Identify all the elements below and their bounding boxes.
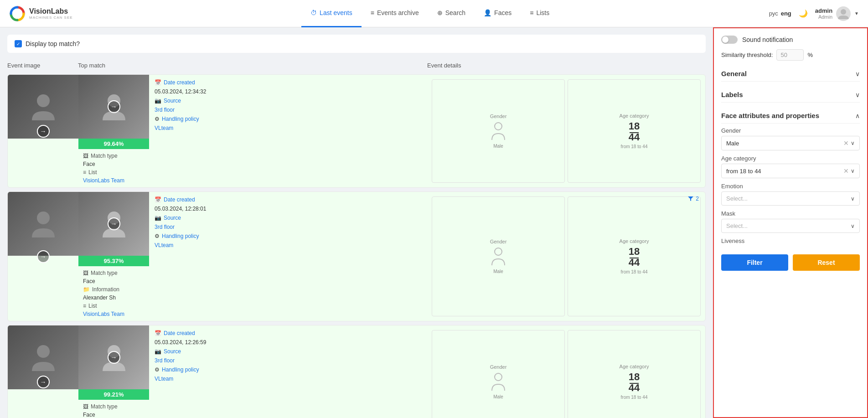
top-match-cell: → 99.64% 🖼 Match type Face ≡ List <box>78 75 149 187</box>
header-event-details: Event details <box>427 62 706 69</box>
top-match-navigate-icon[interactable]: → <box>108 100 120 113</box>
face-attrs-section-header[interactable]: Face attributes and properties ∧ <box>721 108 860 124</box>
threshold-input[interactable] <box>776 49 804 61</box>
labels-section: Labels ∨ <box>721 87 860 103</box>
age-box: Age category 18 44 from 18 to 44 <box>568 330 701 418</box>
match-type-icon: 🖼 <box>83 153 88 159</box>
top-match-navigate-icon[interactable]: → <box>108 217 120 230</box>
gender-select-actions: ✕ ∨ <box>843 139 855 147</box>
table-headers: Event image Top match Event details <box>7 58 706 72</box>
user-area[interactable]: admin Admin ▼ <box>815 6 859 21</box>
lang-switch: рус eng <box>769 10 791 17</box>
labels-section-header[interactable]: Labels ∨ <box>721 87 860 103</box>
similarity-bar: 99.21% <box>78 389 149 400</box>
display-top-match-label[interactable]: Display top match? <box>15 40 80 47</box>
match-type-val-row: Face <box>83 278 145 284</box>
age-filter-label: Age category <box>721 155 860 162</box>
user-name: admin <box>815 7 832 14</box>
event-image-cell: → <box>8 192 78 321</box>
list-icon: ≡ <box>83 303 86 309</box>
event-image-navigate-icon[interactable]: → <box>37 125 50 138</box>
gender-box: Gender Male <box>432 196 565 316</box>
policy-row: ⚙ Handling policy <box>155 116 422 122</box>
nav-events-archive[interactable]: ≡ Events archive <box>362 0 428 27</box>
age-clear-icon[interactable]: ✕ <box>843 167 849 175</box>
clock-icon: ⏱ <box>310 9 317 16</box>
display-top-match-checkbox[interactable] <box>15 40 22 47</box>
emotion-filter: Emotion Select... ∨ <box>721 183 860 206</box>
emotion-select-placeholder: Select... <box>726 195 748 202</box>
logo-sub: MACHINES CAN SEE <box>29 15 73 20</box>
gender-clear-icon[interactable]: ✕ <box>843 139 849 147</box>
svg-point-4 <box>495 123 502 130</box>
date-row: 📅 Date created <box>155 79 422 86</box>
folder-icon: 📁 <box>83 286 90 293</box>
camera-icon: 📷 <box>155 348 161 355</box>
emotion-select[interactable]: Select... ∨ <box>721 191 860 206</box>
age-chevron-icon: ∨ <box>851 168 855 174</box>
age-box: Age category 18 44 from 18 to 44 <box>568 79 701 183</box>
event-row: → → 99.64% 🖼 Match type <box>7 74 706 188</box>
liveness-filter: Liveness <box>721 237 860 246</box>
nav-lists[interactable]: ≡ Lists <box>521 0 558 27</box>
age-category-filter: Age category from 18 to 44 ✕ ∨ <box>721 155 860 178</box>
header-top-match: Top match <box>78 62 149 69</box>
reset-button[interactable]: Reset <box>793 254 860 271</box>
event-image-navigate-icon[interactable]: → <box>37 250 50 263</box>
similarity-bar: 99.64% <box>78 139 149 149</box>
nav-search[interactable]: ⊕ Search <box>428 0 475 27</box>
match-type-row: 🖼 Match type <box>83 270 145 276</box>
dark-mode-button[interactable]: 🌙 <box>799 9 808 18</box>
calendar-icon: 📅 <box>155 196 161 203</box>
emotion-chevron-icon: ∨ <box>851 196 855 202</box>
svg-point-10 <box>495 373 502 381</box>
header-right: рус eng 🌙 admin Admin ▼ <box>769 6 859 21</box>
general-section-header[interactable]: General ∨ <box>721 66 860 82</box>
mask-chevron-icon: ∨ <box>851 223 855 229</box>
user-role: Admin <box>815 14 832 20</box>
event-details-cell: 📅 Date created 05.03.2024, 12:34:32 📷 So… <box>149 75 427 187</box>
top-match-navigate-icon[interactable]: → <box>108 351 120 364</box>
threshold-label: Similarity threshold: <box>721 52 773 58</box>
nav-last-events[interactable]: ⏱ Last events <box>301 0 362 27</box>
mask-select[interactable]: Select... ∨ <box>721 219 860 233</box>
age-select[interactable]: from 18 to 44 ✕ ∨ <box>721 164 860 178</box>
sound-notification-row: Sound notification <box>721 36 860 44</box>
lang-ru[interactable]: рус <box>769 10 778 17</box>
user-info: admin Admin <box>815 7 832 20</box>
threshold-row: Similarity threshold: % <box>721 49 860 61</box>
similarity-bar: 95.37% <box>78 256 149 266</box>
threshold-unit: % <box>807 52 813 58</box>
logo: VisionLabs MACHINES CAN SEE <box>9 5 73 22</box>
gender-filter-label: Gender <box>721 127 860 134</box>
list-val-row: VisionLabs Team <box>83 177 145 184</box>
header-event-image: Event image <box>7 62 78 69</box>
age-select-actions: ✕ ∨ <box>843 167 855 175</box>
person-icon <box>490 247 506 267</box>
lang-en[interactable]: eng <box>781 10 791 17</box>
list-row: ≡ List <box>83 169 145 175</box>
match-details: 🖼 Match type Face ≡ List VisionLabs Team <box>78 400 149 418</box>
event-image-navigate-icon[interactable]: → <box>37 376 50 388</box>
policy-val-row: VLteam <box>155 125 422 131</box>
age-box: Age category 18 44 from 18 to 44 <box>568 196 701 316</box>
gender-select[interactable]: Male ✕ ∨ <box>721 136 860 150</box>
sound-notification-toggle[interactable] <box>721 36 738 44</box>
filter-button[interactable]: Filter <box>721 254 788 271</box>
faces-icon: 👤 <box>484 9 491 16</box>
gender-select-value: Male <box>726 140 739 147</box>
svg-point-5 <box>37 212 50 224</box>
face-attrs-section-title: Face attributes and properties <box>721 112 819 119</box>
list-val-row: VisionLabs Team <box>83 311 145 317</box>
emotion-filter-label: Emotion <box>721 183 860 190</box>
list-icon-row: ≡ <box>83 169 86 175</box>
gender-box: Gender Male <box>432 79 565 183</box>
dropdown-icon: ▼ <box>854 11 859 16</box>
nav-faces[interactable]: 👤 Faces <box>475 0 521 27</box>
camera-icon: 📷 <box>155 215 161 221</box>
camera-icon: 📷 <box>155 98 161 104</box>
policy-icon: ⚙ <box>155 366 160 373</box>
svg-point-2 <box>37 94 50 107</box>
svg-point-1 <box>841 9 846 15</box>
event-details-cell: 📅 Date created 05.03.2024, 12:28:01 📷 So… <box>149 192 427 321</box>
